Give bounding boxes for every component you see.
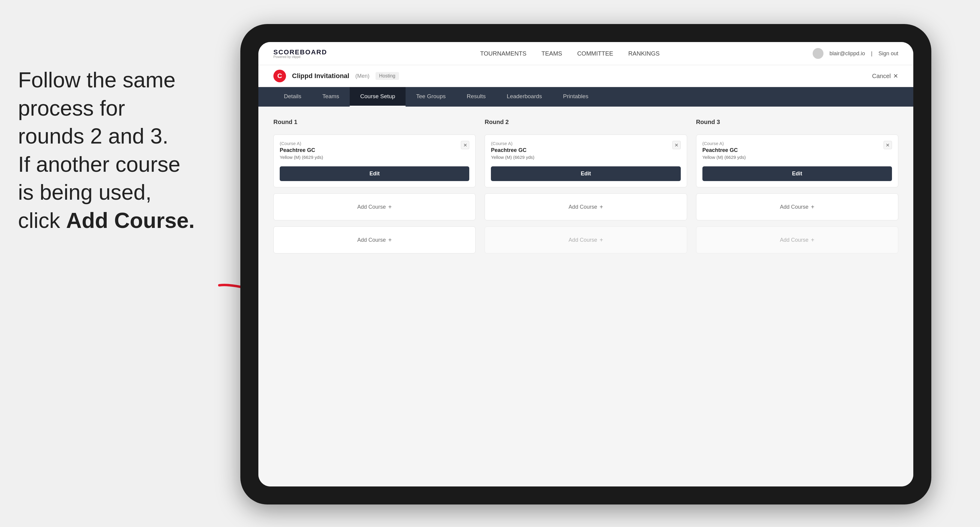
course-r3-label: (Course A) [702, 141, 746, 146]
add-course-r2-2-btn: Add Course + [485, 226, 687, 254]
tournament-gender: (Men) [355, 73, 369, 79]
course-r1-name: Peachtree GC [280, 147, 323, 154]
tab-leaderboards[interactable]: Leaderboards [496, 87, 552, 106]
user-avatar [813, 48, 824, 59]
course-r2-name: Peachtree GC [491, 147, 535, 154]
rounds-grid: Round 1 (Course A) Peachtree GC Yellow (… [274, 119, 898, 254]
edit-course-r3-btn[interactable]: Edit [702, 167, 892, 181]
cancel-area[interactable]: Cancel ✕ [872, 72, 898, 79]
add-course-r3-2-label: Add Course [780, 237, 808, 243]
tab-results[interactable]: Results [456, 87, 496, 106]
round-3-title: Round 3 [696, 119, 898, 125]
top-nav: SCOREBOARD Powered by clippd TOURNAMENTS… [258, 42, 913, 65]
nav-links: TOURNAMENTS TEAMS COMMITTEE RANKINGS [480, 50, 659, 57]
add-course-r2-label: Add Course [569, 204, 597, 210]
round-1-column: Round 1 (Course A) Peachtree GC Yellow (… [274, 119, 476, 254]
course-card-r3-a: (Course A) Peachtree GC Yellow (M) (6629… [696, 135, 898, 187]
add-course-r3-plus-icon: + [811, 203, 815, 211]
delete-course-r3-btn[interactable]: ✕ [884, 141, 892, 149]
tab-details[interactable]: Details [274, 87, 312, 106]
nav-teams[interactable]: TEAMS [541, 50, 562, 57]
course-card-r1-a: (Course A) Peachtree GC Yellow (M) (6629… [274, 135, 476, 187]
course-r1-label: (Course A) [280, 141, 323, 146]
round-3-column: Round 3 (Course A) Peachtree GC Yellow (… [696, 119, 898, 254]
add-course-r2-2-plus-icon: + [600, 237, 603, 243]
tab-bar: Details Teams Course Setup Tee Groups Re… [258, 87, 913, 106]
user-area: blair@clippd.io | Sign out [813, 48, 898, 59]
tournament-name: Clippd Invitational [292, 72, 349, 80]
logo-area: SCOREBOARD Powered by clippd [274, 48, 327, 59]
tab-printables[interactable]: Printables [552, 87, 599, 106]
course-card-r1-header: (Course A) Peachtree GC Yellow (M) (6629… [280, 141, 469, 160]
tab-tee-groups[interactable]: Tee Groups [406, 87, 456, 106]
hosting-badge: Hosting [375, 72, 399, 80]
add-course-r3-2-plus-icon: + [811, 237, 815, 243]
add-course-r1-2-label: Add Course [357, 237, 386, 243]
edit-course-r1-btn[interactable]: Edit [280, 167, 469, 181]
round-2-title: Round 2 [485, 119, 687, 125]
add-course-r3-btn[interactable]: Add Course + [696, 194, 898, 221]
cancel-icon[interactable]: ✕ [893, 72, 898, 79]
course-r2-detail: Yellow (M) (6629 yds) [491, 155, 535, 160]
tablet-device: SCOREBOARD Powered by clippd TOURNAMENTS… [240, 24, 931, 505]
tablet-screen: SCOREBOARD Powered by clippd TOURNAMENTS… [258, 42, 913, 486]
add-course-r1-2-btn[interactable]: Add Course + [274, 226, 476, 254]
edit-course-r2-btn[interactable]: Edit [491, 167, 681, 181]
separator: | [871, 51, 872, 57]
clippd-logo: C [274, 70, 286, 82]
add-course-r1-label: Add Course [357, 204, 386, 210]
annotation-text: Follow the sameprocess forrounds 2 and 3… [0, 54, 216, 247]
add-course-r2-plus-icon: + [600, 203, 603, 211]
add-course-r3-2-btn: Add Course + [696, 226, 898, 254]
add-course-r1-btn[interactable]: Add Course + [274, 194, 476, 221]
sign-out-link[interactable]: Sign out [878, 51, 898, 57]
round-1-title: Round 1 [274, 119, 476, 125]
scoreboard-logo: SCOREBOARD Powered by clippd [274, 48, 327, 59]
add-course-r1-plus-icon: + [388, 203, 392, 211]
add-course-r1-2-plus-icon: + [388, 237, 392, 243]
course-r3-name: Peachtree GC [702, 147, 746, 154]
user-email: blair@clippd.io [829, 51, 865, 57]
add-course-r2-btn[interactable]: Add Course + [485, 194, 687, 221]
nav-rankings[interactable]: RANKINGS [628, 50, 659, 57]
delete-course-r2-btn[interactable]: ✕ [672, 141, 681, 149]
course-r3-detail: Yellow (M) (6629 yds) [702, 155, 746, 160]
sub-header: C Clippd Invitational (Men) Hosting Canc… [258, 65, 913, 87]
tab-teams[interactable]: Teams [312, 87, 350, 106]
round-2-column: Round 2 (Course A) Peachtree GC Yellow (… [485, 119, 687, 254]
cancel-label[interactable]: Cancel [872, 73, 891, 79]
tab-course-setup[interactable]: Course Setup [350, 87, 406, 106]
course-r1-detail: Yellow (M) (6629 yds) [280, 155, 323, 160]
delete-course-r1-btn[interactable]: ✕ [461, 141, 469, 149]
main-content: Round 1 (Course A) Peachtree GC Yellow (… [258, 106, 913, 486]
course-r2-label: (Course A) [491, 141, 535, 146]
course-card-r3-header: (Course A) Peachtree GC Yellow (M) (6629… [702, 141, 892, 160]
add-course-r3-label: Add Course [780, 204, 808, 210]
nav-tournaments[interactable]: TOURNAMENTS [480, 50, 527, 57]
tournament-info: C Clippd Invitational (Men) Hosting [274, 70, 399, 82]
course-card-r2-header: (Course A) Peachtree GC Yellow (M) (6629… [491, 141, 681, 160]
add-course-r2-2-label: Add Course [569, 237, 597, 243]
course-card-r2-a: (Course A) Peachtree GC Yellow (M) (6629… [485, 135, 687, 187]
nav-committee[interactable]: COMMITTEE [577, 50, 613, 57]
